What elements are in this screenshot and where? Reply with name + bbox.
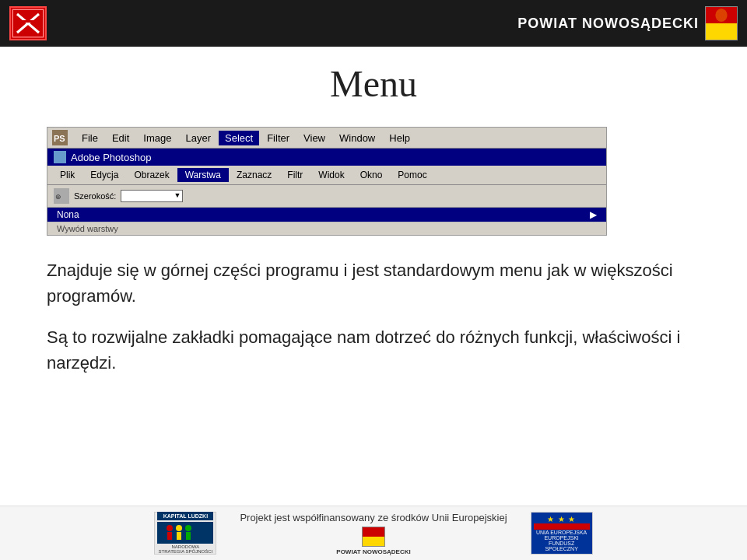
footer-eu-stripe [534,523,590,530]
footer-eu-stars: ★ ★ ★ [547,515,577,523]
ps-menu-layer[interactable]: Layer [180,131,218,145]
footer-eu-line1: UNIA EUROPEJSKA [536,530,587,535]
ps-menu-image[interactable]: Image [137,131,177,145]
ps-title-bar: Adobe Photoshop [47,149,606,166]
svg-text:⊕: ⊕ [55,193,61,201]
ps-menu-bar-english: PS File Edit Image Layer Select Filter V… [47,128,606,149]
powiat-coat-of-arms [705,6,738,40]
svg-point-17 [185,525,191,531]
ps-toolbar-label: Szerokość: [74,191,116,201]
ps-menu-edit[interactable]: Edit [106,131,135,145]
footer-powiat-text: POWIAT NOWOSĄDECKI [336,548,410,555]
ps-menu-help[interactable]: Help [383,131,416,145]
ps-pl-obrazek[interactable]: Obrazek [126,168,177,182]
svg-rect-18 [186,532,191,540]
ps-pl-edycja[interactable]: Edycja [82,168,126,182]
ps-menu-select[interactable]: Select [219,131,259,145]
ps-app-icon: PS [52,130,68,145]
svg-rect-1 [12,9,44,37]
top-bar-left [9,6,47,40]
top-bar: POWIAT NOWOSĄDECKI [0,0,747,47]
ps-submenu-label: Nona [57,209,79,220]
ps-pl-zaznacz[interactable]: Zaznacz [229,168,279,182]
footer: KAPITAŁ LUDZKI NARODOWA STRATEGIA SPÓJNO… [0,506,747,560]
powiat-label: POWIAT NOWOSĄDECKI [517,16,699,32]
ps-pl-filtr[interactable]: Filtr [279,168,310,182]
ps-menu-filter[interactable]: Filter [261,131,296,145]
main-content: Menu PS File Edit Image Layer Select Fil… [0,47,747,383]
page-title: Menu [47,62,700,105]
svg-point-7 [715,9,727,22]
ps-pl-pomoc[interactable]: Pomoc [390,168,434,182]
ps-toolbar-row: ⊕ Szerokość: ▼ [47,185,606,208]
footer-eu-line2: EUROPEJSKI FUNDUSZ SPOŁECZNY [534,535,590,551]
svg-rect-4 [22,20,34,23]
ps-width-dropdown[interactable]: ▼ [121,190,183,202]
ps-pl-okno[interactable]: Okno [352,168,391,182]
svg-rect-6 [706,23,737,40]
footer-kapital-subtitle: NARODOWA STRATEGIA SPÓJNOŚCI [157,544,213,555]
ps-menu-view[interactable]: View [297,131,331,145]
footer-project-text: Projekt jest współfinansowany ze środków… [240,512,507,523]
ps-menu-file[interactable]: File [75,131,104,145]
ps-window-title: Adobe Photoshop [71,152,151,163]
ps-toolbar-icon: ⊕ [54,188,69,204]
footer-kapital-top-text: KAPITAŁ LUDZKI [157,512,213,520]
svg-text:PS: PS [54,134,65,143]
alef-logo [9,6,47,40]
ps-submenu-arrow: ▶ [590,209,597,220]
footer-eu-logo: ★ ★ ★ UNIA EUROPEJSKA EUROPEJSKI FUNDUSZ… [531,512,593,555]
svg-rect-14 [167,532,172,540]
top-bar-right: POWIAT NOWOSĄDECKI [517,6,738,40]
body-paragraph-2: Są to rozwijalne zakładki pomagające nam… [47,324,700,376]
footer-center: Projekt jest współfinansowany ze środków… [240,512,507,555]
screenshot-area: PS File Edit Image Layer Select Filter V… [47,127,700,236]
ps-window-polish: Adobe Photoshop Plik Edycja Obrazek Wars… [47,149,606,235]
svg-point-15 [176,525,182,531]
svg-rect-0 [11,8,45,39]
svg-line-2 [17,14,39,33]
ps-window-icon [54,151,66,163]
footer-powiat-logo [362,527,385,547]
ps-menu-bar-polish: Plik Edycja Obrazek Warstwa Zaznacz Filt… [47,166,606,185]
body-paragraph-1: Znajduje się w górnej części programu i … [47,257,700,309]
svg-point-13 [167,525,173,531]
svg-rect-16 [177,532,181,540]
ps-pl-widok[interactable]: Widok [310,168,352,182]
ps-submenu-below: Wywód warstwy [47,222,606,235]
footer-kapital-logo: KAPITAŁ LUDZKI NARODOWA STRATEGIA SPÓJNO… [154,512,216,555]
svg-line-3 [17,14,39,33]
ps-pl-plik[interactable]: Plik [52,168,82,182]
ps-pl-warstwa[interactable]: Warstwa [177,168,229,182]
ps-menu-window[interactable]: Window [333,131,381,145]
menu-screenshot: PS File Edit Image Layer Select Filter V… [47,127,607,236]
ps-submenu-nona[interactable]: Nona ▶ [47,208,606,222]
footer-powiat: POWIAT NOWOSĄDECKI [336,527,410,555]
